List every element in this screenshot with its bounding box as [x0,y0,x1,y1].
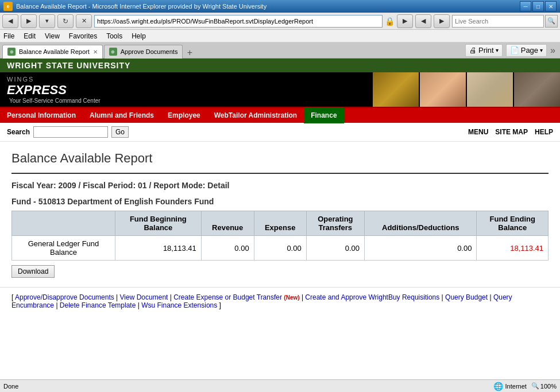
menu-view[interactable]: View [45,32,60,40]
nav-alumni-friends[interactable]: Alumni and Friends [83,107,161,123]
col-header-additions: Additions/Deductions [364,211,476,236]
new-tab-button[interactable]: + [184,47,195,59]
tabs-container: ⊕ Balance Available Report ✕ ⊕ Approve D… [0,42,198,59]
footer-link-delete-finance[interactable]: Delete Finance Template [60,301,136,309]
nav-arrow-right[interactable]: ▶ [434,14,450,28]
menu-link[interactable]: MENU [468,128,488,136]
status-text: Done [3,383,489,390]
content-area: WRIGHT STATE UNIVERSITY WINGS EXPRESS Yo… [0,59,560,392]
toolbar-area: 🖨 Print ▾ 📄 Page ▾ » [465,44,558,57]
dropdown-button[interactable]: ▾ [39,14,55,28]
page-icon: 📄 [510,46,519,55]
page-label: Page [521,46,538,55]
stop-button[interactable]: ✕ [76,14,92,28]
new-badge: (New) [284,294,299,301]
cell-fund-ending: 18,113.41 [477,236,549,261]
wings-express-logo: WINGS EXPRESS Your Self-Service Command … [0,72,126,107]
footer-link-view-document[interactable]: View Document [120,293,168,301]
page-button[interactable]: 📄 Page ▾ [506,44,547,57]
footer-links: [ Approve/Disapprove Documents | View Do… [0,287,560,313]
tab-balance-available-report[interactable]: ⊕ Balance Available Report ✕ [2,45,103,59]
tab-label-approve: Approve Documents [121,48,178,55]
ie-icon: e [3,2,13,11]
tab-icon-approve: ⊕ [109,48,117,56]
status-zone: 🌐 Internet [493,382,527,391]
cell-additions-deductions: 0.00 [364,236,476,261]
minimize-button[interactable]: ─ [520,1,531,11]
page-title: Balance Available Report [11,151,549,166]
fiscal-info: Fiscal Year: 2009 / Fiscal Period: 01 / … [11,181,549,190]
sitemap-link[interactable]: SITE MAP [495,128,528,136]
col-header-fund-beginning: Fund BeginningBalance [115,211,202,236]
search-input[interactable] [33,126,108,138]
tab-label-balance: Balance Available Report [19,48,90,55]
address-bar: ◀ ▶ ▾ ↻ ✕ 🔒 ▶ ◀ ▶ 🔍 [0,13,560,30]
col-header-expense: Expense [254,211,306,236]
row-label: General Ledger Fund Balance [12,236,115,261]
lock-icon: 🔒 [385,17,395,26]
tab-icon-balance: ⊕ [7,48,16,56]
menu-favorites[interactable]: Favorites [69,32,97,40]
footer-link-query-budget[interactable]: Query Budget [445,293,488,301]
menu-tools[interactable]: Tools [106,32,122,40]
banner-photo-2 [420,72,466,107]
print-button[interactable]: 🖨 Print ▾ [465,44,503,57]
col-header-revenue: Revenue [201,211,254,236]
window-title: Balance Available Report - Microsoft Int… [16,3,520,10]
tabs-toolbar: ⊕ Balance Available Report ✕ ⊕ Approve D… [0,42,560,59]
page-dropdown-arrow: ▾ [540,47,543,53]
print-dropdown-arrow: ▾ [496,47,499,53]
nav-bar: Personal Information Alumni and Friends … [0,107,560,123]
tab-approve-documents[interactable]: ⊕ Approve Documents [104,45,183,59]
footer-link-create-expense[interactable]: Create Expense or Budget Transfer [173,293,282,301]
menu-edit[interactable]: Edit [24,32,36,40]
menu-help[interactable]: Help [132,32,146,40]
wings-text: WINGS [7,76,119,83]
expand-toolbar-button[interactable]: » [550,45,555,56]
col-header-fund-ending: Fund EndingBalance [477,211,549,236]
refresh-button[interactable]: ↻ [57,14,74,28]
footer-link-wso-requisitions[interactable]: Create and Approve WrightBuy Requisition… [305,293,439,301]
wsu-banner: WINGS EXPRESS Your Self-Service Command … [0,72,560,107]
cell-expense: 0.00 [254,236,306,261]
nav-webtailor[interactable]: WebTailor Administration [207,107,304,123]
search-label: Search [7,128,30,136]
menu-bar: File Edit View Favorites Tools Help [0,30,560,42]
back-button[interactable]: ◀ [2,14,18,28]
cell-operating-transfers: 0.00 [306,236,364,261]
report-table: Fund BeginningBalance Revenue Expense Op… [11,211,549,261]
search-section: Search Go MENU SITE MAP HELP [0,123,560,142]
print-label: Print [478,46,494,55]
nav-finance[interactable]: Finance [304,107,343,123]
footer-link-wsu-finance[interactable]: Wsu Finance Extensions [141,301,217,309]
address-input[interactable] [94,15,383,28]
nav-employee[interactable]: Employee [161,107,207,123]
go-fwd-button[interactable]: ▶ [397,14,413,28]
footer-link-approve-disapprove[interactable]: Approve/Disapprove Documents [15,293,114,301]
live-search-button[interactable]: 🔍 [545,15,558,28]
live-search-bar: 🔍 [452,15,558,28]
restore-button[interactable]: □ [532,1,544,11]
search-go-button[interactable]: Go [111,126,129,138]
cell-revenue: 0.00 [201,236,254,261]
nav-arrow-left[interactable]: ◀ [415,14,431,28]
page-content: Balance Available Report Fiscal Year: 20… [0,142,560,287]
forward-button[interactable]: ▶ [21,14,37,28]
download-button[interactable]: Download [11,265,55,278]
zoom-icon: 🔍 [531,382,539,390]
help-link[interactable]: HELP [535,128,553,136]
col-header-operating: OperatingTransfers [306,211,364,236]
tab-close-balance[interactable]: ✕ [93,49,98,55]
banner-photo-3 [467,72,513,107]
globe-icon: 🌐 [493,382,503,391]
wsu-university-name: WRIGHT STATE UNIVERSITY [0,59,560,72]
col-header-label [12,211,115,236]
search-links: MENU SITE MAP HELP [468,128,553,136]
window-controls: ─ □ ✕ [520,1,557,11]
live-search-input[interactable] [452,15,544,28]
close-button[interactable]: ✕ [545,1,557,11]
banner-photo-1 [373,72,419,107]
nav-personal-information[interactable]: Personal Information [0,107,83,123]
menu-file[interactable]: File [3,32,14,40]
search-left: Search Go [7,126,129,138]
